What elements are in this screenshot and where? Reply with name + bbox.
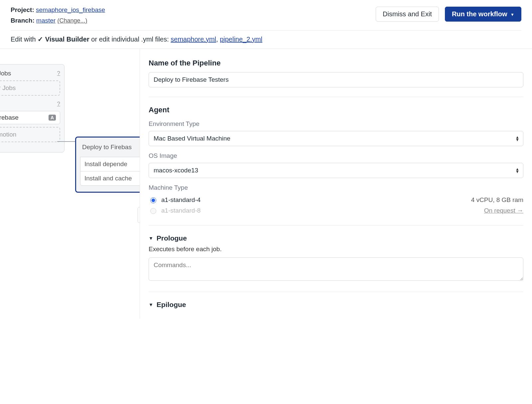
triangle-down-icon: ▼ <box>149 302 153 307</box>
run-workflow-label: Run the workflow <box>452 10 507 18</box>
check-icon: ✓ <box>38 36 43 43</box>
pipeline-name-label: Name of the Pipeline <box>149 59 523 67</box>
project-label: Project: <box>11 6 34 13</box>
machine-radio[interactable] <box>150 197 156 203</box>
pipeline-config-panel: Name of the Pipeline Agent Environment T… <box>140 49 532 319</box>
triangle-down-icon: ▼ <box>149 236 153 241</box>
machine-type-option-disabled: a1-standard-8 On request → <box>149 205 523 216</box>
prologue-section: ▼ Prologue Executes before each job. <box>149 234 523 292</box>
selected-pipeline-card[interactable]: Deploy to Firebas Install depende Instal… <box>75 137 140 193</box>
branch-link[interactable]: master <box>36 17 56 24</box>
auto-badge: A <box>49 115 56 121</box>
machine-radio <box>150 208 156 214</box>
env-type-label: Environment Type <box>149 120 523 128</box>
pipeline-job[interactable]: Install and cache <box>80 171 140 186</box>
pipeline-card-title: Deploy to Firebas <box>80 144 140 151</box>
branch-label: Branch: <box>11 17 35 24</box>
pipeline-canvas[interactable]: ipeline Jobs ? d After Jobs tions ? y to… <box>0 49 140 319</box>
help-icon[interactable]: ? <box>57 70 60 77</box>
project-link[interactable]: semaphore_ios_firebase <box>36 6 105 13</box>
agent-section: Agent Environment Type Mac Based Virtual… <box>149 106 523 226</box>
epilogue-collapsible[interactable]: ▼ Epilogue <box>149 301 523 309</box>
yml-file-link-1[interactable]: semaphore.yml <box>171 36 216 43</box>
change-branch-link[interactable]: (Change...) <box>57 17 87 24</box>
pipeline-name-section: Name of the Pipeline <box>149 59 523 97</box>
pipeline-graph-card[interactable]: ipeline Jobs ? d After Jobs tions ? y to… <box>0 64 65 152</box>
os-image-label: OS Image <box>149 152 523 159</box>
prologue-collapsible[interactable]: ▼ Prologue Executes before each job. <box>149 234 523 282</box>
add-promotion-placeholder[interactable]: d Promotion <box>0 127 60 142</box>
prologue-commands-input[interactable] <box>149 257 523 281</box>
editbar-middle: or edit individual .yml files: <box>91 36 169 43</box>
machine-type-label: Machine Type <box>149 184 523 191</box>
machine-request-link[interactable]: On request → <box>484 207 523 214</box>
promotion-label: y to Firebase <box>0 114 19 121</box>
page-header: Project: semaphore_ios_firebase Branch: … <box>0 0 532 30</box>
connector-line <box>57 141 76 142</box>
machine-name: a1-standard-8 <box>161 207 200 214</box>
project-info: Project: semaphore_ios_firebase Branch: … <box>11 5 105 26</box>
help-icon[interactable]: ? <box>57 101 60 107</box>
prologue-desc: Executes before each job. <box>149 246 523 253</box>
yml-file-link-2[interactable]: pipeline_2.yml <box>220 36 262 43</box>
visual-builder-label[interactable]: Visual Builder <box>45 36 89 43</box>
env-type-select[interactable]: Mac Based Virtual Machine <box>149 131 523 146</box>
pipeline-name-input[interactable] <box>149 72 523 87</box>
epilogue-title: Epilogue <box>157 301 186 309</box>
after-jobs-placeholder[interactable]: d After Jobs <box>0 80 60 96</box>
pipeline-jobs-heading: ipeline Jobs <box>0 70 11 77</box>
edit-mode-bar: Edit with ✓ Visual Builder or edit indiv… <box>0 31 532 49</box>
editbar-prefix: Edit with <box>11 36 36 43</box>
agent-heading: Agent <box>149 106 523 114</box>
promotion-item[interactable]: y to Firebase A <box>0 111 60 124</box>
epilogue-section: ▼ Epilogue <box>149 301 523 309</box>
machine-spec: 4 vCPU, 8 GB ram <box>471 196 523 204</box>
pipeline-job[interactable]: Install depende <box>80 157 140 171</box>
panel-resize-handle[interactable] <box>138 207 140 223</box>
dismiss-button[interactable]: Dismiss and Exit <box>376 7 439 22</box>
prologue-title: Prologue <box>157 234 187 242</box>
os-image-select[interactable]: macos-xcode13 <box>149 163 523 178</box>
machine-name: a1-standard-4 <box>161 196 200 204</box>
workspace: ipeline Jobs ? d After Jobs tions ? y to… <box>0 49 532 319</box>
header-actions: Dismiss and Exit Run the workflow ▼ <box>376 5 521 22</box>
run-workflow-button[interactable]: Run the workflow ▼ <box>445 7 521 22</box>
chevron-down-icon: ▼ <box>510 12 514 17</box>
machine-type-option[interactable]: a1-standard-4 4 vCPU, 8 GB ram <box>149 195 523 205</box>
